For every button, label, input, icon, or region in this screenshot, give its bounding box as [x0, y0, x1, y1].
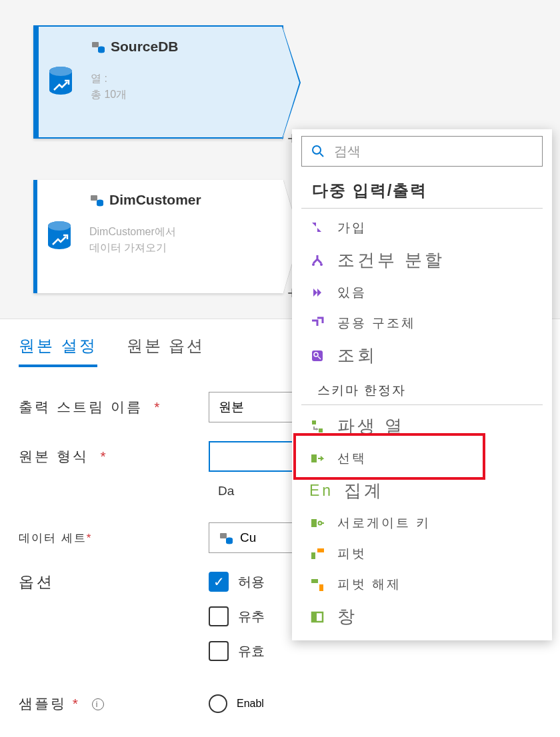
- menu-item-unpivot[interactable]: 피벗 해제: [292, 569, 552, 600]
- window-icon: [309, 609, 325, 625]
- svg-rect-2: [92, 42, 99, 47]
- pivot-icon: [309, 546, 325, 562]
- svg-rect-24: [317, 548, 324, 552]
- svg-rect-8: [220, 533, 227, 538]
- required-asterisk: *: [73, 696, 80, 711]
- svg-point-21: [319, 522, 322, 525]
- menu-item-conditional-split[interactable]: 조건부 분할: [292, 243, 552, 277]
- required-asterisk: *: [154, 399, 161, 414]
- sampling-radio-row[interactable]: Enabl: [209, 694, 541, 713]
- dataset-value: Cu: [240, 530, 256, 545]
- menu-item-exists[interactable]: 있음: [292, 277, 552, 308]
- exists-icon: [309, 285, 325, 301]
- join-icon: [309, 220, 325, 236]
- svg-point-5: [48, 221, 71, 231]
- menu-item-pivot[interactable]: 피벗: [292, 538, 552, 569]
- svg-line-11: [320, 153, 323, 157]
- svg-point-10: [313, 146, 321, 154]
- svg-point-12: [312, 263, 315, 266]
- menu-item-derived-column[interactable]: 파생 열: [292, 409, 552, 443]
- union-icon: [309, 315, 325, 331]
- selection-bar: [35, 27, 39, 137]
- sampling-label: 샘플링 * i: [19, 694, 209, 713]
- check-label: 허용: [238, 573, 265, 591]
- node-title-text: SourceDB: [111, 39, 179, 55]
- label-text: 원본 형식: [19, 448, 89, 464]
- node-icon-column: [33, 180, 85, 293]
- radio-icon: [209, 694, 227, 713]
- menu-item-union[interactable]: 공용 구조체: [292, 308, 552, 339]
- radio-label: Enabl: [237, 698, 264, 710]
- sub-line: 총 10개: [91, 87, 271, 103]
- menu-item-surrogate-key[interactable]: 서로게이트 키: [292, 508, 552, 538]
- check-label: 유효: [238, 642, 265, 660]
- key-icon: [309, 515, 325, 531]
- required-asterisk: *: [101, 448, 108, 464]
- valid-check-row[interactable]: 유효: [209, 641, 541, 661]
- required-asterisk: *: [87, 532, 93, 544]
- node-subtitle: DimCustomer에서 데이터 가져오기: [89, 224, 273, 256]
- svg-rect-18: [319, 428, 323, 432]
- sub-line: 데이터 가져오기: [89, 240, 273, 256]
- dataset-icon: [91, 39, 105, 54]
- menu-label: 피벗: [337, 545, 367, 562]
- menu-label: 공용 구조체: [337, 315, 416, 332]
- tab-source-options[interactable]: 원본 옵션: [127, 335, 205, 367]
- unpivot-icon: [309, 576, 325, 592]
- menu-label: 조건부 분할: [337, 249, 445, 272]
- menu-item-select[interactable]: 선택: [292, 443, 552, 474]
- node-title-text: DimCustomer: [109, 192, 201, 208]
- split-icon: [309, 253, 325, 269]
- lookup-icon: [309, 348, 325, 364]
- accent-bar: [33, 180, 37, 293]
- svg-rect-17: [312, 420, 316, 424]
- menu-label: 선택: [337, 450, 367, 467]
- search-input[interactable]: 검색: [301, 136, 543, 167]
- menu-label: 파생 열: [337, 414, 405, 438]
- label-text: 샘플링: [19, 696, 67, 711]
- node-title: SourceDB: [91, 39, 271, 55]
- menu-label: 집계: [344, 479, 384, 502]
- menu-section-header: 다중 입력/출력: [301, 173, 543, 209]
- svg-rect-6: [91, 195, 97, 201]
- derived-column-icon: [309, 418, 325, 434]
- node-content: SourceDB 열 : 총 10개: [87, 27, 282, 137]
- menu-item-lookup[interactable]: 조회: [292, 339, 552, 372]
- menu-label: 있음: [337, 284, 367, 301]
- sub-line: 열 :: [91, 71, 271, 87]
- node-title: DimCustomer: [89, 192, 273, 208]
- node-icon-column: [35, 27, 87, 137]
- aggregate-icon: En: [309, 482, 332, 500]
- select-icon: [309, 450, 325, 466]
- source-type-label: 원본 형식 *: [19, 447, 209, 466]
- menu-item-window[interactable]: 창: [292, 600, 552, 634]
- node-arrow: [282, 25, 301, 140]
- tab-source-settings[interactable]: 원본 설정: [19, 335, 97, 367]
- database-icon: [47, 66, 74, 98]
- dim-customer-node[interactable]: DimCustomer DimCustomer에서 데이터 가져오기: [33, 180, 283, 293]
- checkbox-icon: [209, 606, 229, 626]
- label-text: 출력 스트림 이름: [19, 399, 143, 414]
- menu-label: 조회: [337, 344, 377, 367]
- menu-label: 서로게이트 키: [337, 514, 431, 532]
- dataset-label: 데이터 세트*: [19, 530, 209, 546]
- menu-item-aggregate[interactable]: En 집계: [292, 474, 552, 508]
- checkbox-checked-icon: ✓: [209, 572, 229, 592]
- svg-rect-25: [311, 579, 318, 583]
- svg-rect-20: [311, 519, 317, 527]
- check-label: 유추: [238, 608, 265, 626]
- dataset-icon: [89, 193, 104, 207]
- sampling-row: 샘플링 * i Enabl: [19, 694, 541, 713]
- svg-point-1: [49, 67, 72, 76]
- info-icon[interactable]: i: [92, 698, 104, 710]
- database-icon: [46, 221, 73, 253]
- menu-item-join[interactable]: 가입: [292, 213, 552, 243]
- source-node[interactable]: SourceDB 열 : 총 10개: [33, 25, 283, 139]
- search-placeholder: 검색: [334, 143, 361, 161]
- svg-point-13: [320, 263, 323, 266]
- label-text: 데이터 세트: [19, 532, 87, 544]
- options-label: 옵션: [19, 572, 209, 592]
- dataset-icon: [219, 530, 233, 545]
- menu-label: 창: [337, 605, 357, 628]
- svg-rect-26: [319, 584, 323, 591]
